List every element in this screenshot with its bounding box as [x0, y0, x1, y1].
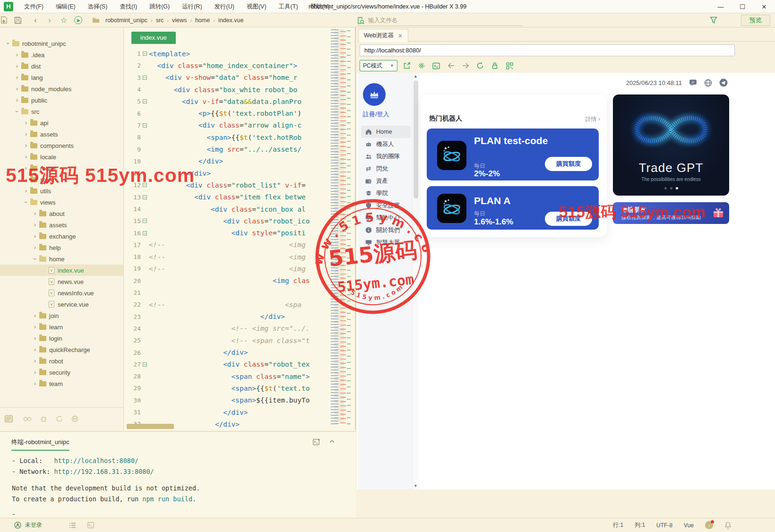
fold-icon[interactable]	[141, 123, 149, 128]
language-globe-icon[interactable]	[704, 79, 712, 87]
fold-icon[interactable]	[141, 362, 149, 367]
sidebar-item-screen[interactable]: 智慧大屏	[361, 236, 411, 249]
tree-item-about[interactable]: ›about	[0, 208, 123, 219]
qrcode-icon[interactable]	[504, 62, 515, 69]
back-button[interactable]: ‹	[28, 14, 43, 27]
breadcrumb-item[interactable]: home	[195, 17, 210, 24]
tree-item-dist[interactable]: ›dist	[0, 60, 123, 72]
code-line[interactable]: 18<!-- <img	[124, 251, 330, 263]
code-line[interactable]: 25 <!-- <span class="t	[124, 335, 330, 346]
preview-button[interactable]: 预览	[741, 15, 770, 26]
sidebar-item-exchange[interactable]: 閃兌	[361, 163, 411, 175]
tree-item-index.vue[interactable]: Vindex.vue	[0, 265, 123, 276]
sidebar-item-academy[interactable]: 學院	[361, 187, 411, 199]
menu-item[interactable]: 文件(F)	[18, 0, 50, 13]
tree-item-quickRecharge[interactable]: ›quickRecharge	[0, 344, 123, 355]
tree-item-home[interactable]: ›home	[0, 253, 123, 265]
code-line[interactable]: 22<!-- <spa	[124, 299, 330, 310]
update-icon[interactable]: ↓	[705, 521, 713, 529]
fold-icon[interactable]	[141, 183, 149, 187]
refresh-icon[interactable]	[56, 415, 63, 422]
code-line[interactable]: 15 <div class="robot_ico	[124, 215, 330, 227]
code-line[interactable]: 10 </div>	[124, 155, 330, 167]
cursor-col[interactable]: 列:1	[635, 521, 645, 529]
device-mode-select[interactable]: PC模式▼	[360, 60, 397, 71]
sidebar-item-security[interactable]: 安全設置	[361, 199, 411, 212]
tree-item-components[interactable]: ›components	[0, 140, 123, 151]
maximize-button[interactable]: ☐	[732, 0, 753, 13]
code-line[interactable]: 20 <img clas	[124, 275, 330, 287]
tree-item-views[interactable]: ›views	[0, 197, 123, 208]
tree-item-security[interactable]: ›security	[0, 367, 123, 378]
minimap[interactable]	[331, 29, 353, 424]
fold-icon[interactable]	[141, 195, 149, 199]
invite-banner[interactable]: 邀請朋友 賺取推薦獎勵，最高可獲得10%獎勵	[613, 202, 729, 224]
close-tab-icon[interactable]: ✕	[398, 33, 403, 39]
terminal-output[interactable]: - Local: http://localhost:8080/- Network…	[12, 455, 200, 505]
menu-item[interactable]: 视图(V)	[241, 0, 273, 13]
breadcrumb-item[interactable]: src	[156, 17, 164, 24]
filter-icon[interactable]	[710, 17, 717, 24]
menu-item[interactable]: 跳转(G)	[143, 0, 176, 13]
terminal-tab[interactable]: 终端-robotmint_unipc	[11, 438, 69, 451]
avatar[interactable]	[363, 83, 386, 106]
code-line[interactable]: 6 <p>{{$t('text.robotPlan')	[124, 107, 330, 119]
close-button[interactable]: ✕	[753, 0, 775, 13]
terminal-prompt[interactable]: -	[12, 510, 16, 518]
code-line[interactable]: 31 </div>	[124, 406, 330, 418]
code-line[interactable]: 23 </div>	[124, 311, 330, 323]
code-line[interactable]: 12 <div class="robot_list" v-if=	[124, 179, 330, 191]
code-line[interactable]: 11 </div>	[124, 167, 330, 179]
tree-item-learn[interactable]: ›learn	[0, 321, 123, 333]
tree-item-assets[interactable]: ›assets	[0, 129, 123, 140]
chat-icon[interactable]	[689, 79, 697, 86]
fold-icon[interactable]	[141, 231, 149, 235]
new-terminal-icon[interactable]	[313, 438, 320, 446]
globe-icon[interactable]	[71, 415, 78, 422]
sidebar-item-team[interactable]: 我的團隊	[361, 150, 411, 163]
tree-item-exchange[interactable]: ›exchange	[0, 231, 123, 242]
tree-item-service.vue[interactable]: Vservice.vue	[0, 299, 123, 310]
fold-icon[interactable]	[141, 219, 149, 223]
code-line[interactable]: 27 <div class="robot_tex	[124, 359, 330, 370]
code-line[interactable]: 16 <div style="positi	[124, 227, 330, 239]
code-line[interactable]: 2 <div class="home_index_container">	[124, 60, 330, 71]
tree-item-.idea[interactable]: ›.idea	[0, 49, 123, 60]
menu-item[interactable]: 工具(T)	[273, 0, 304, 13]
sidebar-item-help[interactable]: 幫助中心	[361, 212, 411, 224]
plan-card[interactable]: PLAN test-code 每日 2%-2% 購買額度	[427, 129, 599, 180]
explorer-tab-icon[interactable]	[5, 415, 13, 422]
tree-item-robotmint_unipc[interactable]: ›robotmint_unipc	[0, 38, 123, 49]
editor-hscrollbar[interactable]	[127, 424, 174, 429]
open-external-icon[interactable]	[402, 62, 412, 69]
browser-tab[interactable]: Web浏览器 ✕	[358, 29, 408, 42]
tree-item-join[interactable]: ›join	[0, 310, 123, 321]
code-line[interactable]: 1<template>	[124, 48, 330, 60]
code-line[interactable]: 5 <div v-if="data&&data.planPro	[124, 95, 330, 107]
fold-icon[interactable]	[141, 51, 149, 56]
sidebar-item-assets[interactable]: 資產	[361, 175, 411, 187]
trade-gpt-banner[interactable]: Trade GPT The possibilities are endless	[613, 94, 729, 196]
code-line[interactable]: 17<!-- <img	[124, 239, 330, 251]
code-line[interactable]: 21	[124, 287, 330, 299]
menu-item[interactable]: 运行(R)	[176, 0, 208, 13]
nav-forward-icon[interactable]	[460, 62, 471, 69]
debug-icon[interactable]	[40, 415, 47, 422]
buy-quota-button[interactable]: 購買額度	[545, 157, 592, 171]
code-line[interactable]: 4 <div class="box_white robot_bo	[124, 84, 330, 95]
tree-item-newsInfo.vue[interactable]: VnewsInfo.vue	[0, 287, 123, 299]
code-line[interactable]: 19<!-- <img	[124, 263, 330, 275]
settings-gear-icon[interactable]	[416, 62, 427, 69]
lock-icon[interactable]	[490, 62, 500, 69]
tree-item-news.vue[interactable]: Vnews.vue	[0, 276, 123, 287]
tree-item-src[interactable]: ›src	[0, 106, 123, 117]
nav-back-icon[interactable]	[446, 62, 456, 69]
code-line[interactable]: 9 <img src="../../assets/	[124, 143, 330, 155]
page-vscrollbar[interactable]: ▲ ▼	[412, 73, 419, 489]
sidebar-item-about[interactable]: 關於我們	[361, 224, 411, 236]
forward-button[interactable]: ›	[43, 14, 57, 27]
run-button[interactable]: ▶	[74, 16, 82, 24]
terminal-icon[interactable]	[87, 522, 94, 528]
menu-item[interactable]: 发行(U)	[208, 0, 241, 13]
code-line[interactable]: 3 <div v-show="data" class="home_r	[124, 72, 330, 84]
